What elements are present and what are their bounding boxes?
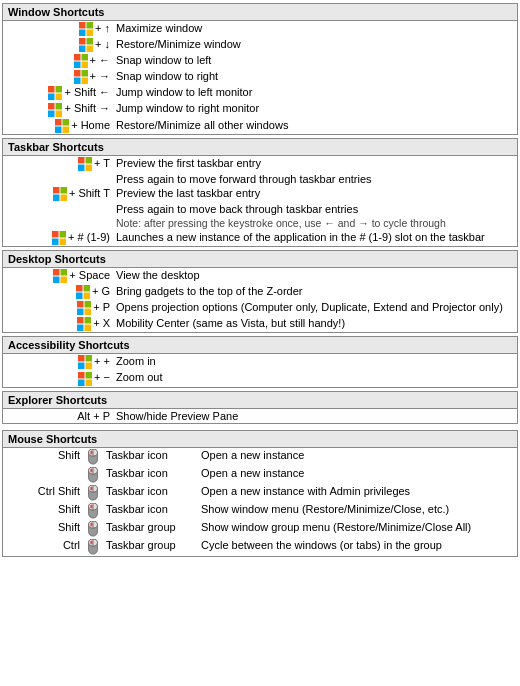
modifier-cell: Ctrl Shift — [3, 484, 83, 502]
key-cell: + P — [3, 300, 113, 316]
svg-rect-23 — [56, 110, 63, 117]
modifier-label: Ctrl Shift — [38, 485, 80, 497]
svg-rect-28 — [78, 157, 85, 164]
svg-rect-56 — [78, 355, 85, 362]
modifier-label: Shift — [58, 521, 80, 533]
svg-rect-46 — [76, 293, 83, 300]
modifier-label: Ctrl — [63, 539, 80, 551]
svg-rect-6 — [79, 46, 86, 53]
table-row: + ↑Maximize window — [3, 21, 517, 37]
svg-rect-9 — [81, 54, 88, 61]
svg-rect-29 — [85, 157, 92, 164]
svg-rect-41 — [61, 269, 68, 276]
table-row: Taskbar icon Open a new instance — [3, 466, 517, 484]
key-cell: + Space — [3, 268, 113, 284]
desc-cell: Preview the last taskbar entry — [113, 186, 517, 202]
svg-rect-30 — [78, 164, 85, 171]
section-header-desktop: Desktop Shortcuts — [3, 251, 517, 268]
svg-rect-38 — [52, 238, 59, 245]
svg-rect-48 — [77, 301, 84, 308]
mouse-icon — [87, 539, 99, 555]
mouse-desc-label: Cycle between the windows (or tabs) in t… — [201, 539, 442, 551]
svg-rect-5 — [87, 38, 94, 45]
table-row: + POpens projection options (Computer on… — [3, 300, 517, 316]
svg-rect-60 — [78, 372, 85, 379]
svg-rect-67 — [90, 450, 92, 454]
key-cell — [3, 216, 113, 230]
mouse-icon-cell — [83, 466, 103, 484]
key-cell: + Home — [3, 118, 113, 134]
section-header-window: Window Shortcuts — [3, 4, 517, 21]
svg-rect-27 — [63, 126, 70, 133]
svg-rect-57 — [86, 355, 93, 362]
windows-icon — [77, 317, 91, 331]
mouse-icon — [87, 485, 99, 501]
mouse-icon-cell — [83, 538, 103, 556]
key-label: + Home — [71, 119, 110, 131]
key-label: + Shift T — [69, 187, 110, 199]
key-cell: + G — [3, 284, 113, 300]
svg-rect-13 — [81, 70, 88, 77]
mouse-icon-cell — [83, 502, 103, 520]
windows-icon — [53, 269, 67, 283]
mouse-icon — [87, 521, 99, 537]
target-cell: Taskbar group — [103, 538, 198, 556]
desc-cell: Snap window to left — [113, 53, 517, 69]
svg-rect-22 — [48, 110, 55, 117]
svg-rect-16 — [48, 86, 55, 93]
svg-rect-55 — [85, 325, 92, 332]
shortcut-table-explorer: Alt + PShow/hide Preview Pane — [3, 409, 517, 423]
modifier-label: Shift — [58, 503, 80, 515]
svg-rect-45 — [83, 285, 90, 292]
desc-cell: View the desktop — [113, 268, 517, 284]
modifier-cell: Shift — [3, 448, 83, 466]
windows-icon — [79, 38, 93, 52]
desc-cell: Launches a new instance of the applicati… — [113, 230, 517, 246]
windows-icon — [74, 70, 88, 84]
svg-rect-4 — [79, 38, 86, 45]
section-accessibility: Accessibility Shortcuts + +Zoom in + −Zo… — [2, 336, 518, 387]
svg-rect-33 — [60, 187, 67, 194]
section-taskbar: Taskbar Shortcuts + TPreview the first t… — [2, 138, 518, 247]
windows-icon — [78, 157, 92, 171]
table-row: + ←Snap window to left — [3, 53, 517, 69]
mouse-desc-label: Show window group menu (Restore/Minimize… — [201, 521, 471, 533]
key-label: + − — [94, 371, 110, 383]
svg-rect-75 — [90, 486, 92, 490]
svg-rect-8 — [74, 54, 81, 61]
key-cell: + Shift ← — [3, 85, 113, 101]
svg-rect-42 — [53, 277, 60, 284]
table-row: + # (1-9)Launches a new instance of the … — [3, 230, 517, 246]
desc-cell: Note: after pressing the keystroke once,… — [113, 216, 517, 230]
svg-rect-44 — [76, 285, 83, 292]
svg-rect-36 — [52, 231, 59, 238]
key-cell: + Shift → — [3, 101, 113, 117]
modifier-cell: Ctrl — [3, 538, 83, 556]
key-label: + T — [94, 157, 110, 169]
table-row: + GBring gadgets to the top of the Z-ord… — [3, 284, 517, 300]
windows-icon — [48, 103, 62, 117]
table-row: Ctrl Shift Taskbar icon Open a new insta… — [3, 484, 517, 502]
key-label: + ← — [90, 54, 110, 66]
table-row: + TPreview the first taskbar entry — [3, 156, 517, 172]
target-label: Taskbar group — [106, 521, 176, 533]
svg-rect-54 — [77, 325, 84, 332]
svg-rect-52 — [77, 317, 84, 324]
desc-cell: Opens projection options (Computer only,… — [113, 300, 517, 316]
desc-cell: Show/hide Preview Pane — [113, 409, 517, 423]
section-mouse: Mouse Shortcuts Shift Taskbar icon Open … — [2, 430, 518, 557]
svg-rect-43 — [61, 277, 68, 284]
svg-rect-2 — [79, 30, 86, 37]
svg-rect-1 — [87, 22, 94, 29]
desc-cell: Press again to move back through taskbar… — [113, 202, 517, 216]
target-cell: Taskbar icon — [103, 448, 198, 466]
windows-icon — [78, 372, 92, 386]
shortcut-table-mouse: Shift Taskbar icon Open a new instance T… — [3, 448, 517, 556]
svg-rect-37 — [60, 231, 67, 238]
mouse-icon — [87, 503, 99, 519]
key-cell: + T — [3, 156, 113, 172]
svg-rect-26 — [55, 126, 62, 133]
key-cell — [3, 202, 113, 216]
windows-icon — [74, 54, 88, 68]
mouse-desc-cell: Open a new instance — [198, 448, 517, 466]
